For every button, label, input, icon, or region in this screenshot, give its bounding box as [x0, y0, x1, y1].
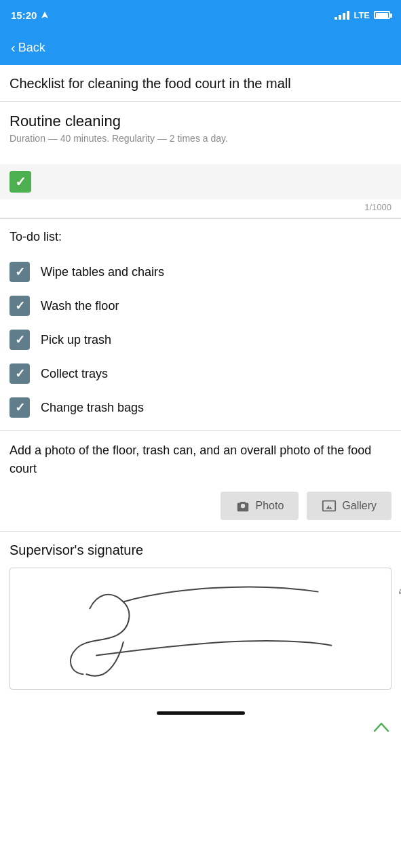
time-display: 15:20	[11, 9, 37, 21]
home-indicator	[157, 711, 245, 715]
comment-counter: 1/1000	[0, 199, 401, 218]
checkmark-icon-0: ✓	[15, 264, 25, 279]
routine-cleaning-title: Routine cleaning	[9, 113, 392, 130]
battery-icon	[374, 11, 390, 19]
todo-label: To-do list:	[9, 230, 392, 244]
photo-instructions: Add a photo of the floor, trash can, and…	[9, 441, 392, 478]
signature-section: Supervisor's signature	[0, 531, 401, 701]
nav-bar: ‹ Back	[0, 30, 401, 65]
todo-checkbox-1[interactable]: ✓	[9, 296, 30, 316]
main-checkmark-icon: ✓	[15, 174, 26, 190]
status-right: LTE	[335, 10, 390, 20]
checkmark-icon-1: ✓	[15, 298, 25, 313]
eraser-icon	[397, 577, 401, 596]
camera-icon	[235, 498, 250, 513]
todo-text-2: Pick up trash	[41, 333, 111, 347]
location-icon	[41, 11, 49, 19]
signature-label: Supervisor's signature	[9, 542, 392, 558]
chevron-up-icon	[374, 722, 389, 732]
gallery-button-label: Gallery	[342, 500, 377, 512]
todo-item-0: ✓ Wipe tables and chairs	[9, 255, 392, 289]
lte-label: LTE	[354, 10, 370, 20]
back-button[interactable]: ‹ Back	[11, 40, 45, 56]
todo-text-0: Wipe tables and chairs	[41, 265, 164, 279]
todo-text-4: Change trash bags	[41, 401, 144, 415]
main-checkbox[interactable]: ✓	[9, 171, 31, 193]
photo-button-label: Photo	[256, 500, 284, 512]
todo-checkbox-0[interactable]: ✓	[9, 262, 30, 282]
back-chevron-icon: ‹	[11, 40, 16, 56]
routine-cleaning-subtitle: Duration — 40 minutes. Regularity — 2 ti…	[9, 133, 392, 144]
gallery-icon	[322, 498, 337, 513]
todo-item-4: ✓ Change trash bags	[9, 391, 392, 425]
todo-text-1: Wash the floor	[41, 299, 119, 313]
todo-checkbox-2[interactable]: ✓	[9, 330, 30, 350]
page-title: Checklist for cleaning the food court in…	[0, 65, 401, 102]
todo-item-3: ✓ Collect trays	[9, 357, 392, 391]
todo-section: To-do list: ✓ Wipe tables and chairs ✓ W…	[0, 219, 401, 430]
signature-wrapper	[9, 568, 392, 690]
todo-checkbox-4[interactable]: ✓	[9, 397, 30, 418]
signature-drawing	[10, 568, 391, 689]
photo-section: Add a photo of the floor, trash can, and…	[0, 430, 401, 531]
gallery-button[interactable]: Gallery	[307, 492, 392, 520]
todo-text-3: Collect trays	[41, 367, 108, 381]
status-left: 15:20	[11, 9, 49, 21]
photo-buttons: Photo Gallery	[9, 492, 392, 520]
checkmark-icon-4: ✓	[15, 400, 25, 415]
back-label: Back	[18, 41, 45, 55]
comment-area: ✓	[0, 164, 401, 199]
todo-checkbox-3[interactable]: ✓	[9, 363, 30, 384]
scroll-controls	[0, 720, 401, 745]
photo-button[interactable]: Photo	[221, 492, 299, 520]
status-bar: 15:20 LTE	[0, 0, 401, 30]
signature-box[interactable]	[9, 568, 392, 690]
main-content: Checklist for cleaning the food court in…	[0, 65, 401, 701]
scroll-up-button[interactable]	[371, 720, 392, 734]
checkmark-icon-3: ✓	[15, 366, 25, 381]
todo-item-2: ✓ Pick up trash	[9, 323, 392, 357]
checkmark-icon-2: ✓	[15, 332, 25, 347]
routine-cleaning-section: Routine cleaning Duration — 40 minutes. …	[0, 102, 401, 164]
signal-icon	[335, 11, 349, 20]
eraser-button[interactable]	[394, 574, 401, 599]
todo-item-1: ✓ Wash the floor	[9, 289, 392, 323]
